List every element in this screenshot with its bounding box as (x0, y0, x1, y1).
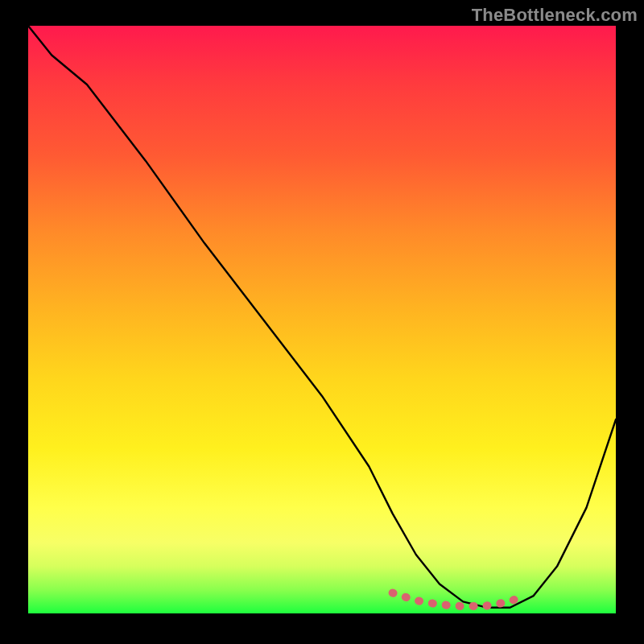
watermark-text: TheBottleneck.com (472, 5, 638, 26)
plot-area (28, 26, 616, 613)
bottleneck-curve (28, 26, 616, 608)
chart-frame: TheBottleneck.com (0, 0, 644, 644)
valley-marker (393, 593, 522, 607)
curve-svg (28, 26, 616, 613)
